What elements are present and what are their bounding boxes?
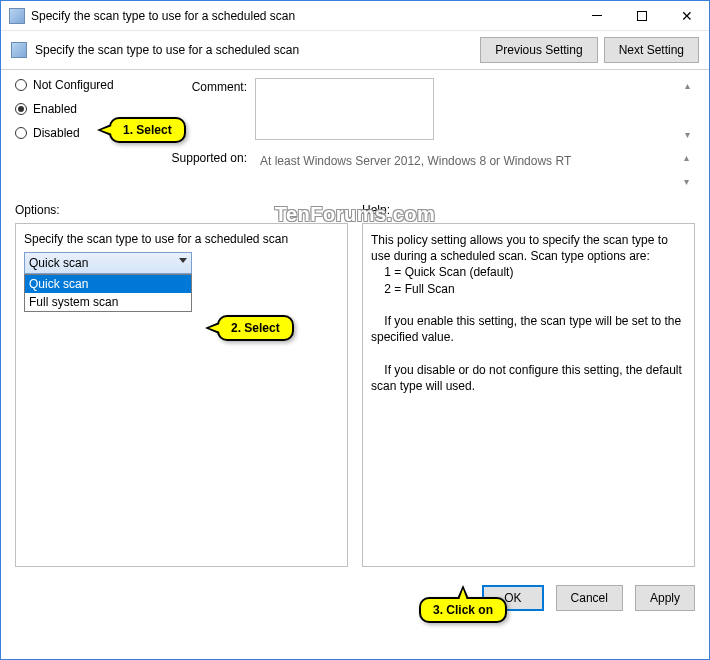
scroll-up-icon: ▴ — [681, 80, 693, 92]
annotation-callout-1: 1. Select — [109, 117, 186, 143]
options-panel: Specify the scan type to use for a sched… — [15, 223, 348, 567]
radio-not-configured[interactable]: Not Configured — [15, 78, 155, 92]
radio-label: Enabled — [33, 102, 77, 116]
scroll-down-icon: ▾ — [680, 176, 692, 188]
supported-label: Supported on: — [155, 149, 255, 191]
help-label: Help: — [362, 203, 695, 217]
policy-title: Specify the scan type to use for a sched… — [35, 43, 474, 57]
radio-label: Not Configured — [33, 78, 114, 92]
window-title: Specify the scan type to use for a sched… — [31, 9, 574, 23]
help-text: This policy setting allows you to specif… — [371, 232, 686, 394]
radio-label: Disabled — [33, 126, 80, 140]
minimize-button[interactable] — [574, 1, 619, 31]
dropdown-item-quick-scan[interactable]: Quick scan — [25, 275, 191, 293]
radio-icon — [15, 103, 27, 115]
header-row: Specify the scan type to use for a sched… — [1, 31, 709, 70]
scan-type-combobox[interactable]: Quick scan — [24, 252, 192, 274]
combobox-value: Quick scan — [29, 256, 88, 270]
annotation-callout-2: 2. Select — [217, 315, 294, 341]
chevron-down-icon — [179, 258, 187, 263]
titlebar: Specify the scan type to use for a sched… — [1, 1, 709, 31]
radio-icon — [15, 127, 27, 139]
supported-on-text: At least Windows Server 2012, Windows 8 … — [255, 149, 695, 191]
app-icon — [9, 8, 25, 24]
close-button[interactable]: ✕ — [664, 1, 709, 31]
cancel-button[interactable]: Cancel — [556, 585, 623, 611]
previous-setting-button[interactable]: Previous Setting — [480, 37, 597, 63]
options-label: Options: — [15, 203, 348, 217]
policy-icon — [11, 42, 27, 58]
comment-textarea[interactable] — [255, 78, 434, 140]
help-panel: This policy setting allows you to specif… — [362, 223, 695, 567]
next-setting-button[interactable]: Next Setting — [604, 37, 699, 63]
radio-icon — [15, 79, 27, 91]
scroll-up-icon: ▴ — [680, 152, 692, 164]
annotation-callout-3: 3. Click on — [419, 597, 507, 623]
scan-type-dropdown: Quick scan Full system scan — [24, 274, 192, 312]
dropdown-item-full-system-scan[interactable]: Full system scan — [25, 293, 191, 311]
radio-enabled[interactable]: Enabled — [15, 102, 155, 116]
maximize-button[interactable] — [619, 1, 664, 31]
footer: OK Cancel Apply — [1, 575, 709, 621]
apply-button[interactable]: Apply — [635, 585, 695, 611]
scroll-down-icon: ▾ — [681, 129, 693, 141]
option-field-label: Specify the scan type to use for a sched… — [24, 232, 339, 246]
